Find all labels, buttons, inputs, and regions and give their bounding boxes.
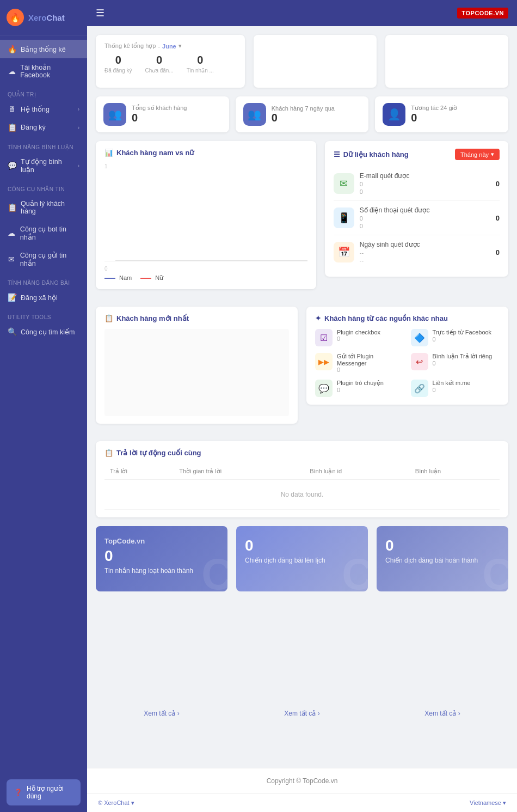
customer-data-card: ☰ Dữ liệu khách hàng Tháng này ▾ ✉ E-mai…: [325, 141, 508, 277]
stats-period-chevron: ▾: [179, 42, 182, 50]
customer-data-section: ☰ Dữ liệu khách hàng Tháng này ▾ ✉ E-mai…: [325, 141, 508, 298]
logo-icon: 🔥: [7, 9, 24, 26]
source-info: Gửi tới Plugin Messenger 0: [337, 353, 404, 373]
support-label: Hỗ trợ người dùng: [27, 785, 73, 800]
stats-weekly-customers: 👥 Khách hàng 7 ngày qua 0: [236, 96, 369, 132]
footer-copyright: Copyright © TopCode.vn: [87, 768, 517, 793]
stats-period-dash: -: [158, 43, 160, 50]
search-icon: 🔍: [8, 327, 16, 336]
source-num: 0: [433, 336, 492, 343]
col-binh-luan-id: Bình luận id: [304, 463, 410, 480]
stats-period: June: [162, 43, 176, 50]
stats-icons-row: 👥 Tổng số khách hàng 0 👥 Khách hàng 7 ng…: [96, 96, 508, 132]
content-area: Thống kê tổng hợp - June ▾ 0 Đã đăng ký …: [87, 26, 517, 768]
see-all-cell-3: Xem tất cả ›: [377, 709, 508, 717]
data-item-num2: --: [360, 257, 490, 264]
support-icon: ❓: [14, 789, 22, 796]
source-label: Gửi tới Plugin Messenger: [337, 353, 404, 367]
col-tra-loi: Trả lời: [104, 463, 174, 480]
stats-icon-num: 0: [132, 112, 187, 124]
chat-icon: 💬: [8, 161, 16, 170]
sidebar-item-label: Công cụ tìm kiếm: [21, 328, 75, 336]
table-head: Trả lời Thời gian trả lời Bình luận id B…: [104, 463, 500, 480]
interaction-icon: 👤: [383, 103, 405, 126]
menu-toggle-icon[interactable]: ☰: [96, 7, 104, 19]
sidebar-item-dashboard[interactable]: 🔥 Bảng thống kê: [0, 40, 87, 58]
chevron-down-icon: ▾: [491, 151, 494, 158]
stats-numbers: 0 Đã đăng ký 0 Chưa đăn... 0 Tin nhắn ..…: [104, 54, 236, 74]
sidebar-item-bot[interactable]: ☁ Công cụ bot tin nhắn: [0, 220, 87, 246]
facebook-icon: 🔷: [411, 329, 428, 346]
stat-registered: 0 Đã đăng ký: [104, 54, 132, 74]
chevron-right-icon: ›: [78, 163, 79, 169]
sidebar-item-facebook[interactable]: ☁ Tài khoản Facebook: [0, 58, 87, 84]
data-item-birthday: 📅 Ngày sinh quét được -- -- 0: [334, 235, 500, 269]
stats-icon-label: Tương tác 24 giờ: [411, 105, 457, 112]
data-icon: ☰: [334, 150, 340, 158]
table-header-row: Trả lời Thời gian trả lời Bình luận id B…: [104, 463, 500, 480]
sidebar-item-search[interactable]: 🔍 Công cụ tìm kiếm: [0, 322, 87, 341]
data-item-num2: 0: [360, 188, 490, 195]
bot-icon: ☁: [8, 229, 16, 237]
see-all-cell-2: Xem tất cả ›: [236, 709, 368, 717]
data-item-count: 0: [496, 248, 500, 257]
chart-title: 📊 Khách hàng nam vs nữ: [104, 149, 307, 157]
sidebar-item-customers[interactable]: 📋 Quản lý khách hàng: [0, 194, 87, 220]
see-all-link-2[interactable]: Xem tất cả ›: [284, 710, 319, 717]
sidebar-item-label: Bảng thống kê: [21, 45, 66, 53]
section-dang-bai: TÍNH NĂNG ĐĂNG BÀI: [0, 272, 87, 288]
birthday-icon: 📅: [334, 242, 354, 262]
chart-card: 📊 Khách hàng nam vs nữ 1 0 Nam: [96, 141, 316, 289]
see-all-link-3[interactable]: Xem tất cả ›: [424, 710, 460, 717]
stats-icon-info: Khách hàng 7 ngày qua 0: [272, 105, 335, 124]
source-reply: ↩ Bình luận Trả lời riêng 0: [411, 353, 500, 373]
stats-interactions: 👤 Tương tác 24 giờ 0: [375, 96, 508, 132]
brand-label: TopCode.vn: [104, 537, 219, 545]
sidebar-item-send[interactable]: ✉ Công cụ gửi tin nhắn: [0, 246, 87, 272]
data-item-label: Số điện thoại quét được: [360, 206, 490, 214]
customers-new-card: 📋 Khách hàng mới nhất: [96, 307, 298, 424]
sidebar: 🔥 XeroChat 🔥 Bảng thống kê ☁ Tài khoản F…: [0, 0, 87, 812]
cloud-icon: ☁: [8, 67, 16, 76]
sidebar-item-social[interactable]: 📝 Đăng xã hội: [0, 288, 87, 307]
source-info: Trực tiếp từ Facebook 0: [433, 329, 492, 343]
sources-title: ✦ Khách hàng từ các nguồn khác nhau: [315, 314, 500, 322]
sidebar-item-system[interactable]: 🖥 Hệ thống ›: [0, 100, 87, 118]
customers-new-icon: 📋: [104, 314, 113, 322]
chart-x-label: 0: [104, 266, 108, 272]
sidebar-item-label: Công cụ gửi tin nhắn: [20, 251, 79, 267]
source-info: Plugin checkbox 0: [337, 329, 380, 342]
data-item-count: 0: [496, 180, 500, 188]
stats-period-label: Thống kê tổng hợp: [104, 42, 156, 50]
fire-icon: 🔥: [8, 45, 16, 53]
footer-brand[interactable]: © XeroChat ▾: [98, 799, 134, 807]
source-info: Plugin trò chuyện 0: [337, 380, 384, 393]
stat-pending: 0 Chưa đăn...: [145, 54, 174, 74]
spacer: [96, 600, 508, 709]
data-item-phone: 📱 Số điện thoại quét được 0 0 0: [334, 201, 500, 235]
send-icon: ✉: [8, 255, 16, 264]
source-num: 0: [433, 360, 493, 367]
month-filter-button[interactable]: Tháng này ▾: [455, 149, 500, 160]
nu-dot: [140, 278, 151, 279]
sidebar-item-auto-comment[interactable]: 💬 Tự động bình luận ›: [0, 152, 87, 179]
main-content: ☰ TOPCODE.VN Thống kê tổng hợp - June ▾ …: [87, 0, 517, 812]
chevron-right-icon: ›: [78, 106, 79, 112]
monitor-icon: 🖥: [8, 105, 16, 113]
source-mme: 🔗 Liên kết m.me 0: [411, 380, 500, 397]
sidebar-item-label: Tự động bình luận: [21, 157, 73, 174]
footer-language[interactable]: Vietnamese ▾: [470, 799, 506, 807]
stat-messages: 0 Tin nhắn ...: [187, 54, 214, 74]
support-button[interactable]: ❓ Hỗ trợ người dùng: [7, 779, 81, 805]
see-all-link-1[interactable]: Xem tất cả ›: [144, 710, 179, 717]
chart-section: 📊 Khách hàng nam vs nữ 1 0 Nam: [96, 141, 316, 298]
data-item-email: ✉ E-mail quét được 0 0 0: [334, 167, 500, 201]
sidebar-item-register[interactable]: 📋 Đăng ký ›: [0, 118, 87, 137]
clipboard-icon: 📋: [8, 123, 16, 132]
sidebar-nav: 🔥 Bảng thống kê ☁ Tài khoản Facebook QUẢ…: [0, 35, 87, 773]
topbar: ☰ TOPCODE.VN: [87, 0, 517, 26]
stats-icon-label: Tổng số khách hàng: [132, 105, 187, 112]
table-icon: 📋: [104, 449, 113, 457]
sidebar-item-label: Quản lý khách hàng: [21, 199, 79, 215]
table-title: 📋 Trả lời tự động cuối cùng: [104, 449, 500, 457]
